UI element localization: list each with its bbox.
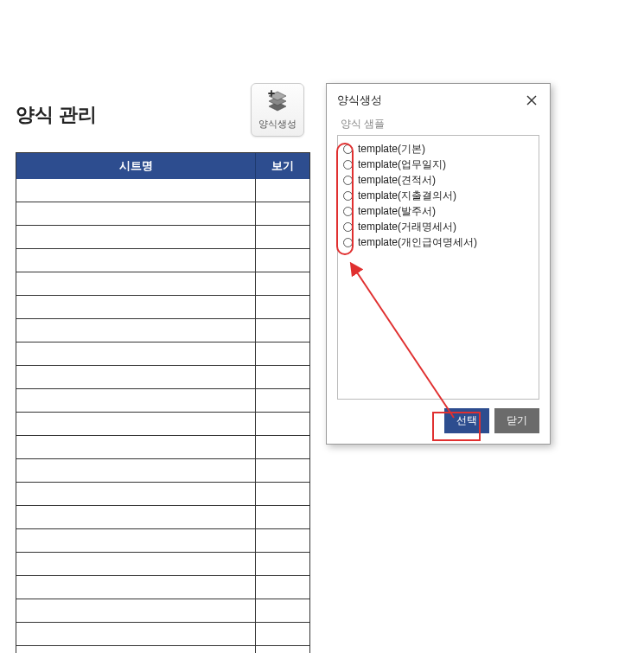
dialog-close-button[interactable]	[524, 93, 539, 108]
table-row[interactable]	[16, 202, 309, 226]
close-icon	[526, 95, 537, 106]
template-option-label: template(거래명세서)	[358, 220, 456, 234]
cell-view	[256, 202, 309, 225]
table-row[interactable]	[16, 389, 309, 413]
template-option[interactable]: template(거래명세서)	[343, 219, 533, 234]
cell-view	[256, 529, 309, 552]
radio-icon	[343, 207, 353, 216]
template-option[interactable]: template(발주서)	[343, 203, 533, 219]
cell-sheet	[16, 272, 256, 295]
table-row[interactable]	[16, 483, 309, 506]
grid-header-view: 보기	[256, 153, 309, 179]
cell-view	[256, 413, 309, 435]
create-form-button[interactable]: 양식생성	[251, 83, 304, 137]
cell-view	[256, 249, 309, 272]
cell-view	[256, 506, 309, 528]
template-option-label: template(지출결의서)	[358, 189, 456, 203]
template-option-label: template(기본)	[358, 142, 425, 157]
table-row[interactable]	[16, 646, 309, 653]
radio-icon	[343, 144, 353, 154]
dialog-title: 양식생성	[337, 93, 382, 108]
cell-sheet	[16, 389, 256, 412]
cell-sheet	[16, 553, 256, 575]
cell-sheet	[16, 646, 256, 653]
close-button[interactable]: 닫기	[494, 408, 539, 433]
cell-sheet	[16, 343, 256, 365]
cell-view	[256, 226, 309, 248]
template-option-label: template(견적서)	[358, 173, 436, 188]
cell-view	[256, 343, 309, 365]
cell-sheet	[16, 249, 256, 272]
cell-view	[256, 553, 309, 575]
form-grid: 시트명 보기	[16, 152, 310, 653]
table-row[interactable]	[16, 576, 309, 599]
table-row[interactable]	[16, 249, 309, 272]
table-row[interactable]	[16, 226, 309, 249]
cell-sheet	[16, 179, 256, 202]
cell-view	[256, 646, 309, 653]
table-row[interactable]	[16, 413, 309, 436]
table-row[interactable]	[16, 366, 309, 389]
cell-view	[256, 483, 309, 505]
cell-sheet	[16, 529, 256, 552]
cell-view	[256, 459, 309, 482]
template-option[interactable]: template(지출결의서)	[343, 188, 533, 203]
grid-header: 시트명 보기	[16, 153, 309, 179]
table-row[interactable]	[16, 506, 309, 529]
cell-sheet	[16, 576, 256, 599]
table-row[interactable]	[16, 623, 309, 646]
dialog-header: 양식생성	[337, 93, 539, 108]
radio-icon	[343, 238, 353, 247]
template-option[interactable]: template(업무일지)	[343, 157, 533, 172]
cell-sheet	[16, 436, 256, 458]
page-title: 양식 관리	[16, 102, 97, 128]
template-option[interactable]: template(개인급여명세서)	[343, 234, 533, 250]
table-row[interactable]	[16, 179, 309, 202]
create-form-button-label: 양식생성	[258, 118, 296, 131]
cell-view	[256, 272, 309, 295]
radio-icon	[343, 222, 353, 232]
cell-view	[256, 389, 309, 412]
template-option[interactable]: template(기본)	[343, 141, 533, 157]
cell-view	[256, 319, 309, 342]
dialog-subtitle: 양식 샘플	[337, 117, 539, 131]
cell-sheet	[16, 413, 256, 435]
table-row[interactable]	[16, 272, 309, 296]
cell-sheet	[16, 459, 256, 482]
dialog-footer: 선택 닫기	[337, 408, 539, 433]
radio-icon	[343, 160, 353, 170]
table-row[interactable]	[16, 296, 309, 319]
template-option-label: template(개인급여명세서)	[358, 235, 477, 250]
cell-view	[256, 436, 309, 458]
cell-sheet	[16, 296, 256, 318]
layers-plus-icon	[265, 90, 290, 115]
template-list: template(기본)template(업무일지)template(견적서)t…	[337, 135, 539, 400]
create-form-dialog: 양식생성 양식 샘플 template(기본)template(업무일지)tem…	[326, 83, 551, 445]
template-option[interactable]: template(견적서)	[343, 172, 533, 188]
cell-view	[256, 366, 309, 388]
template-option-label: template(발주서)	[358, 204, 436, 219]
cell-view	[256, 623, 309, 645]
cell-view	[256, 599, 309, 622]
table-row[interactable]	[16, 529, 309, 553]
template-option-label: template(업무일지)	[358, 157, 446, 172]
cell-view	[256, 576, 309, 599]
table-row[interactable]	[16, 436, 309, 459]
select-button[interactable]: 선택	[444, 408, 489, 433]
table-row[interactable]	[16, 319, 309, 343]
table-row[interactable]	[16, 553, 309, 576]
cell-sheet	[16, 623, 256, 645]
table-row[interactable]	[16, 459, 309, 483]
cell-sheet	[16, 202, 256, 225]
cell-view	[256, 179, 309, 202]
table-row[interactable]	[16, 343, 309, 366]
cell-sheet	[16, 319, 256, 342]
cell-sheet	[16, 483, 256, 505]
table-row[interactable]	[16, 599, 309, 623]
grid-header-sheet: 시트명	[16, 153, 256, 179]
cell-sheet	[16, 506, 256, 528]
radio-icon	[343, 191, 353, 201]
cell-sheet	[16, 366, 256, 388]
radio-icon	[343, 176, 353, 185]
cell-view	[256, 296, 309, 318]
